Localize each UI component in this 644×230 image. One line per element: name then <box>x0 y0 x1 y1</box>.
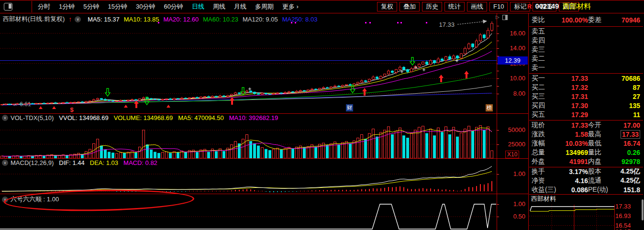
pane-separator <box>0 158 529 159</box>
bid-price: 17.33 <box>553 75 588 82</box>
fin-value: 0.086 <box>551 186 588 194</box>
badge-榜[interactable]: 榜 <box>486 104 493 111</box>
ask-row[interactable]: 卖四 <box>530 36 643 45</box>
volume-label: MA10: 392682.19 <box>229 114 278 121</box>
axis-tick <box>497 78 499 79</box>
volume-pane-header: ∨ VOL-TDX(5,10)VVOL: 134968.69VOLUME: 13… <box>2 114 278 121</box>
volume-value-labels: VOL-TDX(5,10)VVOL: 134968.69VOLUME: 1349… <box>11 114 278 121</box>
bid-price: 17.31 <box>553 93 588 100</box>
period-tab-日线[interactable]: 日线 <box>188 2 209 11</box>
bid-price: 17.29 <box>553 111 588 119</box>
bid-volume: 135 <box>588 102 640 110</box>
svg-text:$: $ <box>70 106 74 113</box>
info-label: 最低 <box>588 139 613 148</box>
toolbar-button-复权[interactable]: 复权 <box>377 2 397 11</box>
macd-label: MACD: 0.82 <box>123 159 157 166</box>
ask-row[interactable]: 卖五 <box>530 27 643 36</box>
toolbar-button-历史[interactable]: 历史 <box>422 2 442 11</box>
macd-label: MACD(12,26,9) <box>11 159 54 166</box>
period-tab-分时[interactable]: 分时 <box>33 2 55 11</box>
ask-row[interactable]: 卖一 <box>530 64 643 72</box>
bid-row[interactable]: 买四17.30135 <box>530 101 643 110</box>
axis-tick <box>497 41 499 41</box>
period-tab-周线[interactable]: 周线 <box>209 2 230 11</box>
bid-label: 买四 <box>532 101 553 110</box>
ask-row[interactable]: 卖三 <box>530 45 643 54</box>
pane-maximize-icon[interactable] <box>502 15 508 20</box>
info-value: 134969 <box>551 149 588 156</box>
bid-levels: 买一17.3370686买二17.3287买三17.3127买四17.30135… <box>530 74 643 120</box>
period-tab-更多 ›[interactable]: 更多 › <box>278 2 303 11</box>
toolbar-button-统计[interactable]: 统计 <box>444 2 465 11</box>
bid-label: 买二 <box>532 83 553 92</box>
mini-axis-label: 17.33 <box>615 203 637 210</box>
scrollbar-thumb[interactable] <box>642 199 644 220</box>
info-label: 最高 <box>588 130 613 139</box>
weibi-value: 100.00% <box>551 16 588 24</box>
toolbar-button-叠加[interactable]: 叠加 <box>400 2 420 11</box>
ma-label: MA5: 15.37 <box>88 16 120 23</box>
fin-value: 4.25亿 <box>613 176 640 185</box>
macd-pane-header: ∨ MACD(12,26,9)DIF: 1.44DEA: 1.03MACD: 0… <box>2 159 157 166</box>
bid-row[interactable]: 买二17.3287 <box>530 83 643 92</box>
info-value: 17.33 <box>551 121 588 129</box>
bid-label: 买一 <box>532 74 553 83</box>
info-value: 16.74 <box>613 140 640 147</box>
weibi-section: 委比100.00%委差70946 <box>530 14 643 26</box>
info-label: 总量 <box>532 148 551 157</box>
quote-info-section: 现价17.33今开17.00涨跌1.58最高17.33涨幅10.03%最低16.… <box>530 120 643 166</box>
ask-label: 卖三 <box>532 45 553 54</box>
ma-label: MA250: 8.03 <box>282 16 318 23</box>
weicha-value: 70946 <box>613 16 640 24</box>
svg-text:17.33: 17.33 <box>439 21 455 28</box>
axis-tick <box>497 48 499 49</box>
fin-label: 流通 <box>588 176 613 185</box>
axis-label: 16.00 <box>498 30 525 37</box>
macd-label: DEA: 1.03 <box>90 159 118 166</box>
rong-flag: R <box>527 3 532 10</box>
chevron-down-icon[interactable]: ∨ <box>2 160 8 166</box>
info-row: 涨跌1.58最高17.33 <box>530 130 643 139</box>
volume-unit-label: X10 <box>505 151 519 158</box>
toolbar-button-画线[interactable]: 画线 <box>467 2 487 11</box>
axis-tick <box>497 86 499 87</box>
axis-label: 1.00 <box>498 200 525 208</box>
chevron-down-icon[interactable]: ∨ <box>2 115 8 121</box>
custom-chart-canvas[interactable] <box>0 194 497 230</box>
bid-row[interactable]: 买五17.2911 <box>530 110 643 119</box>
period-tab-月线[interactable]: 月线 <box>230 2 251 11</box>
fin-value: 4.16 <box>551 177 588 185</box>
axis-label: 10.00 <box>498 75 525 82</box>
axis-tick <box>497 94 499 94</box>
main-chart-canvas[interactable]: $17.33 <box>0 13 497 113</box>
bid-row[interactable]: 买三17.3127 <box>530 92 643 101</box>
ask-row[interactable]: 卖二 <box>530 55 643 63</box>
bid-label: 买三 <box>532 92 553 101</box>
axis-tick <box>497 33 499 34</box>
axis-label: 14.00 <box>498 44 525 52</box>
fin-label: 换手 <box>532 167 551 176</box>
axis-tick <box>497 174 499 175</box>
period-tab-60分钟[interactable]: 60分钟 <box>159 2 187 11</box>
chevron-down-icon[interactable]: ∨ <box>75 16 81 22</box>
chevron-down-icon[interactable]: ∨ <box>2 197 8 203</box>
period-tab-1分钟[interactable]: 1分钟 <box>55 2 79 11</box>
period-tab-15分钟[interactable]: 15分钟 <box>103 2 131 11</box>
custom-pane-header: ∨ 六号六六顺 : 1.00 <box>2 195 59 204</box>
fin-value: 3.17% <box>551 168 588 175</box>
toolbar-button-F10[interactable]: F10 <box>489 2 508 11</box>
badge-财[interactable]: 财 <box>346 104 353 111</box>
info-value: 0.26 <box>613 149 640 156</box>
mini-intraday-chart[interactable] <box>529 205 615 230</box>
period-tab-5分钟[interactable]: 5分钟 <box>79 2 103 11</box>
period-tab-多周期[interactable]: 多周期 <box>251 2 278 11</box>
period-tab-30分钟[interactable]: 30分钟 <box>132 2 159 11</box>
bid-row[interactable]: 买一17.3370686 <box>530 74 643 83</box>
sidebar-toggle-icon[interactable] <box>4 3 12 11</box>
pane-separator <box>0 113 529 114</box>
fin-label: 股本 <box>588 167 613 176</box>
fin-value: 151.8 <box>613 186 640 194</box>
up-arrow-icon[interactable]: ↑ <box>68 15 72 23</box>
ask-label: 卖一 <box>532 64 553 72</box>
fin-label: PE(动) <box>588 186 613 194</box>
